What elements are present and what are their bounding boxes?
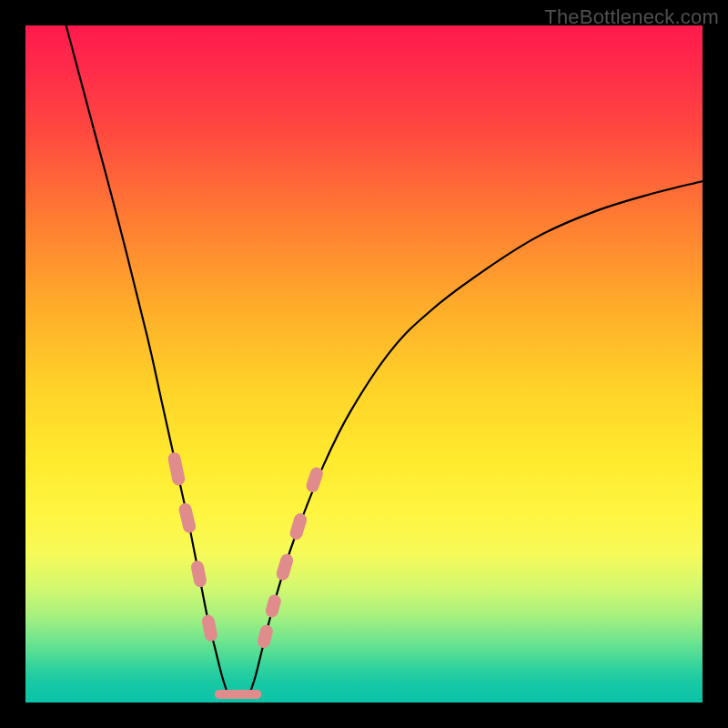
data-marker (272, 601, 275, 611)
data-marker (175, 459, 178, 479)
data-marker (297, 520, 300, 533)
data-marker (312, 474, 316, 486)
chart-frame: TheBottleneck.com (0, 0, 728, 728)
data-marker (186, 510, 189, 527)
left-branch-curve (66, 25, 228, 693)
curves-svg (25, 25, 703, 703)
data-marker (208, 622, 211, 635)
data-marker (197, 567, 200, 581)
right-branch-curve (250, 181, 703, 693)
data-marker (264, 632, 267, 642)
plot-area (25, 25, 703, 703)
data-marker (283, 561, 287, 574)
